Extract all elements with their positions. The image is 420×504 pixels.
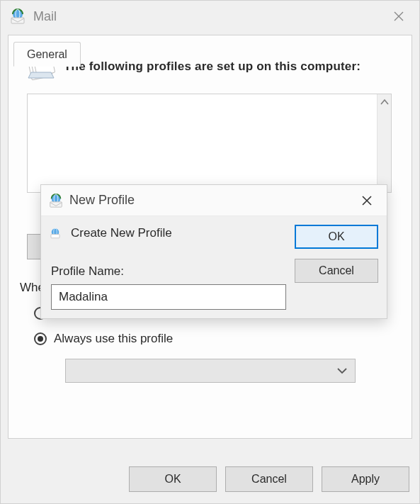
dialog-close-button[interactable]	[351, 190, 382, 211]
profiles-list[interactable]	[27, 94, 392, 193]
scroll-up-icon	[380, 99, 389, 106]
dialog-ok-button[interactable]: OK	[295, 225, 378, 249]
ok-button-label: OK	[164, 473, 181, 486]
dialog-button-column: OK Cancel	[295, 225, 378, 283]
radio-always-circle	[34, 332, 47, 345]
titlebar: Mail	[1, 1, 419, 32]
dialog-titlebar: New Profile	[41, 185, 387, 216]
svg-rect-2	[11, 18, 24, 23]
profile-action-button-partial[interactable]	[27, 234, 42, 259]
dialog-cancel-button[interactable]: Cancel	[295, 259, 378, 283]
profile-name-input[interactable]	[51, 284, 286, 310]
apply-button-label: Apply	[351, 473, 380, 486]
window-close-button[interactable]	[382, 5, 415, 28]
svg-rect-13	[51, 235, 59, 238]
profiles-scrollbar[interactable]	[377, 94, 391, 192]
chevron-down-icon	[336, 366, 348, 375]
intro-text: The following profiles are set up on thi…	[64, 60, 361, 74]
new-profile-dialog: New Profile Create New Profile OK Cancel…	[40, 184, 387, 319]
profile-name-label: Profile Name:	[51, 264, 124, 279]
mail-globe-icon	[9, 8, 26, 25]
dialog-buttons: OK Cancel Apply	[129, 466, 409, 492]
globe-envelope-icon	[48, 226, 62, 240]
window-title: Mail	[33, 9, 57, 24]
dialog-subtitle: Create New Profile	[71, 226, 172, 240]
cancel-button[interactable]: Cancel	[225, 466, 313, 492]
close-icon	[394, 11, 404, 21]
svg-rect-10	[50, 201, 62, 206]
close-icon	[362, 196, 372, 206]
radio-selected-dot	[38, 336, 43, 342]
tab-general-label: General	[27, 48, 67, 61]
mail-globe-icon	[48, 193, 64, 208]
cancel-button-label: Cancel	[251, 473, 287, 486]
default-profile-dropdown[interactable]	[65, 359, 356, 383]
dialog-title: New Profile	[69, 193, 135, 208]
tab-general[interactable]: General	[13, 42, 81, 67]
profiles-list-body[interactable]	[28, 94, 377, 192]
dialog-cancel-label: Cancel	[319, 264, 354, 277]
radio-always[interactable]: Always use this profile	[34, 332, 397, 346]
dialog-ok-label: OK	[328, 230, 344, 243]
dialog-body: Create New Profile OK Cancel Profile Nam…	[41, 216, 387, 318]
ok-button[interactable]: OK	[129, 466, 217, 492]
apply-button[interactable]: Apply	[322, 466, 409, 492]
radio-always-label: Always use this profile	[54, 332, 173, 346]
